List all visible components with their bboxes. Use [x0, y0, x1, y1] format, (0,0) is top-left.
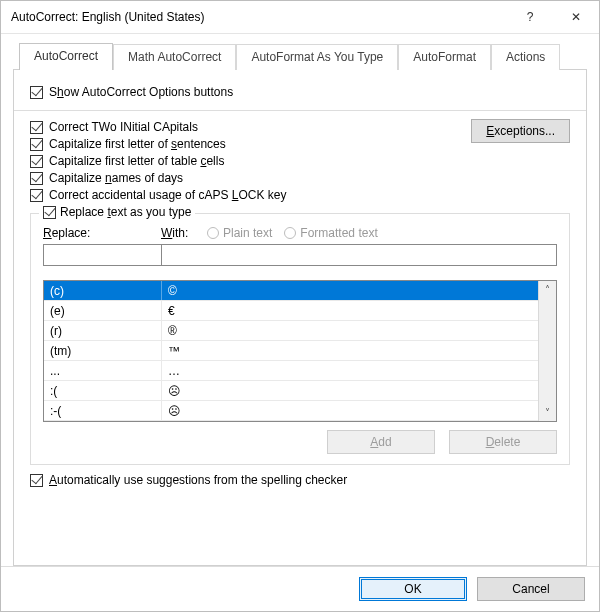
- checkbox-icon: [30, 121, 43, 134]
- checkbox-icon: [30, 474, 43, 487]
- two-initial-caps-checkbox[interactable]: Correct TWo INitial CApitals: [30, 120, 471, 134]
- formatted-text-radio: [284, 227, 296, 239]
- dialog-content: AutoCorrect Math AutoCorrect AutoFormat …: [1, 34, 599, 566]
- list-cell-replace: :(: [44, 381, 162, 400]
- list-cell-with: ☹: [162, 404, 538, 418]
- checkbox-icon: [43, 206, 56, 219]
- scroll-up-icon[interactable]: ˄: [539, 281, 556, 298]
- close-icon: ✕: [571, 10, 581, 24]
- plain-text-radio: [207, 227, 219, 239]
- cancel-button[interactable]: Cancel: [477, 577, 585, 601]
- separator: [14, 110, 586, 111]
- replace-as-you-type-label: Replace text as you type: [60, 205, 191, 219]
- list-cell-replace: (c): [44, 281, 162, 300]
- close-button[interactable]: ✕: [553, 1, 599, 33]
- first-letter-sentence-label: Capitalize first letter of sentences: [49, 137, 226, 151]
- checkbox-icon: [30, 189, 43, 202]
- list-cell-replace: (tm): [44, 341, 162, 360]
- add-button: Add: [327, 430, 435, 454]
- spellcheck-suggestions-label: Automatically use suggestions from the s…: [49, 473, 347, 487]
- checkbox-icon: [30, 138, 43, 151]
- first-letter-table-checkbox[interactable]: Capitalize first letter of table cells: [30, 154, 471, 168]
- list-buttons: Add Delete: [43, 430, 557, 454]
- list-cell-with: ™: [162, 344, 538, 358]
- list-cell-replace: (r): [44, 321, 162, 340]
- ok-button[interactable]: OK: [359, 577, 467, 601]
- list-cell-with: ®: [162, 324, 538, 338]
- with-label: With:: [161, 226, 201, 240]
- first-letter-sentence-checkbox[interactable]: Capitalize first letter of sentences: [30, 137, 471, 151]
- tab-autocorrect[interactable]: AutoCorrect: [19, 43, 113, 70]
- list-item[interactable]: ... …: [44, 361, 538, 381]
- tab-autoformat-as-you-type[interactable]: AutoFormat As You Type: [236, 44, 398, 70]
- tab-autoformat[interactable]: AutoFormat: [398, 44, 491, 70]
- caps-lock-label: Correct accidental usage of cAPS LOCK ke…: [49, 188, 286, 202]
- replace-label: Replace:: [43, 226, 161, 240]
- exceptions-button[interactable]: Exceptions...: [471, 119, 570, 143]
- list-cell-with: ©: [162, 284, 538, 298]
- checkbox-icon: [30, 172, 43, 185]
- replace-input[interactable]: [43, 244, 161, 266]
- replacements-list[interactable]: (c) © (e) € (r) ® (tm) ™: [43, 280, 557, 422]
- list-cell-replace: (e): [44, 301, 162, 320]
- dialog-footer: OK Cancel: [1, 566, 599, 611]
- capitalize-days-label: Capitalize names of days: [49, 171, 183, 185]
- list-cell-replace: ...: [44, 361, 162, 380]
- list-item[interactable]: :-( ☹: [44, 401, 538, 421]
- tab-math-autocorrect[interactable]: Math AutoCorrect: [113, 44, 236, 70]
- list-item[interactable]: :( ☹: [44, 381, 538, 401]
- formatted-text-label: Formatted text: [300, 226, 377, 240]
- field-labels: Replace: With: Plain text Formatted text: [43, 226, 557, 240]
- window-title: AutoCorrect: English (United States): [11, 10, 507, 24]
- autocorrect-dialog: AutoCorrect: English (United States) ? ✕…: [0, 0, 600, 612]
- titlebar: AutoCorrect: English (United States) ? ✕: [1, 1, 599, 34]
- show-options-label: Show AutoCorrect Options buttons: [49, 85, 233, 99]
- replace-fieldset: Replace text as you type Replace: With: …: [30, 213, 570, 465]
- show-options-checkbox[interactable]: Show AutoCorrect Options buttons: [30, 85, 570, 99]
- list-item[interactable]: (c) ©: [44, 281, 538, 301]
- help-icon: ?: [527, 10, 534, 24]
- inputs-row: [43, 244, 557, 266]
- list-item[interactable]: (tm) ™: [44, 341, 538, 361]
- help-button[interactable]: ?: [507, 1, 553, 33]
- caps-lock-checkbox[interactable]: Correct accidental usage of cAPS LOCK ke…: [30, 188, 471, 202]
- checkbox-icon: [30, 86, 43, 99]
- list-body: (c) © (e) € (r) ® (tm) ™: [44, 281, 538, 421]
- delete-button: Delete: [449, 430, 557, 454]
- spellcheck-suggestions-checkbox[interactable]: Automatically use suggestions from the s…: [30, 473, 570, 487]
- checkbox-icon: [30, 155, 43, 168]
- list-cell-with: €: [162, 304, 538, 318]
- list-item[interactable]: (r) ®: [44, 321, 538, 341]
- with-input[interactable]: [161, 244, 557, 266]
- list-cell-replace: :-(: [44, 401, 162, 420]
- list-cell-with: …: [162, 364, 538, 378]
- options-row: Correct TWo INitial CApitals Capitalize …: [30, 117, 570, 205]
- capitalize-days-checkbox[interactable]: Capitalize names of days: [30, 171, 471, 185]
- replace-as-you-type-checkbox[interactable]: Replace text as you type: [39, 205, 195, 219]
- plain-text-label: Plain text: [223, 226, 272, 240]
- tab-body: Show AutoCorrect Options buttons Correct…: [13, 69, 587, 566]
- scroll-down-icon[interactable]: ˅: [539, 404, 556, 421]
- two-initial-caps-label: Correct TWo INitial CApitals: [49, 120, 198, 134]
- list-cell-with: ☹: [162, 384, 538, 398]
- scrollbar[interactable]: ˄ ˅: [538, 281, 556, 421]
- tabstrip: AutoCorrect Math AutoCorrect AutoFormat …: [13, 42, 587, 69]
- first-letter-table-label: Capitalize first letter of table cells: [49, 154, 224, 168]
- list-item[interactable]: (e) €: [44, 301, 538, 321]
- tab-actions[interactable]: Actions: [491, 44, 560, 70]
